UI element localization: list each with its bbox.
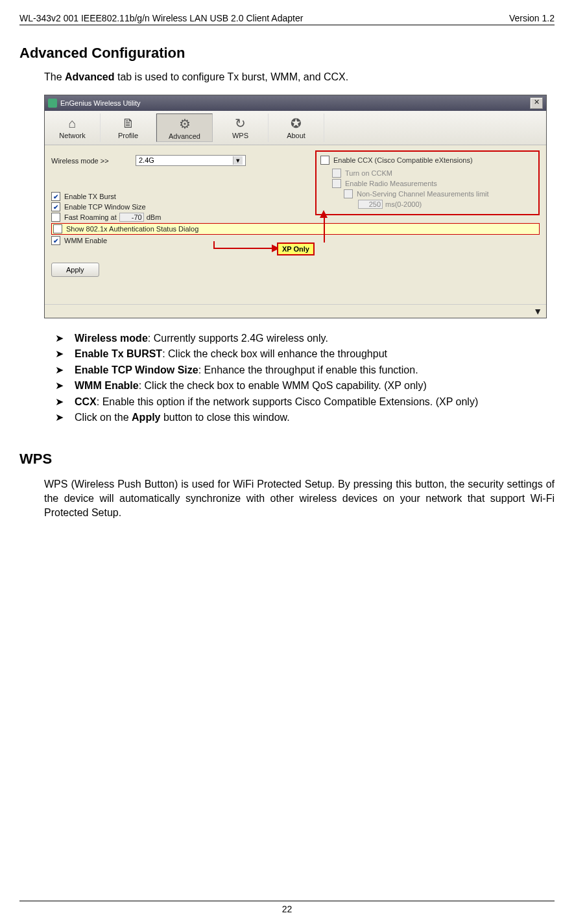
tab-about[interactable]: ✪ About <box>269 113 324 142</box>
header-left: WL-343v2 001 IEEE802.11b/g/n Wireless LA… <box>19 13 303 23</box>
apply-button[interactable]: Apply <box>51 263 99 277</box>
arrow-up-icon <box>320 210 328 218</box>
list-item: ➤CCX: Enable this option if the network … <box>55 395 555 409</box>
tab-network[interactable]: ⌂ Network <box>45 113 101 142</box>
page-number: 22 <box>282 904 293 914</box>
wmm-checkbox[interactable]: ✔ <box>51 236 60 245</box>
app-icon <box>48 99 57 108</box>
show8021x-checkbox[interactable] <box>53 224 62 233</box>
network-icon: ⌂ <box>45 115 100 132</box>
scroll-down-icon[interactable]: ▼ <box>45 304 546 318</box>
list-item: ➤ Wireless mode: Currently supports 2.4G… <box>55 331 555 346</box>
list-item: ➤Click on the Apply button to close this… <box>55 410 555 425</box>
section-title-advanced: Advanced Configuration <box>19 45 555 62</box>
page-header: WL-343v2 001 IEEE802.11b/g/n Wireless LA… <box>19 13 555 25</box>
fastroam-input[interactable]: -70 <box>119 213 144 222</box>
chevron-down-icon: ▾ <box>233 156 243 165</box>
titlebar: EnGenius Wireless Utility ✕ <box>45 95 546 111</box>
header-right: Version 1.2 <box>509 13 555 23</box>
window-title: EnGenius Wireless Utility <box>60 99 140 107</box>
wireless-mode-label: Wireless mode >> <box>51 157 136 165</box>
about-icon: ✪ <box>269 115 324 132</box>
ms-input[interactable]: 250 <box>358 200 383 209</box>
section-title-wps: WPS <box>19 451 555 468</box>
list-item: ➤Enable TCP Window Size: Enhance the thr… <box>55 363 555 377</box>
advanced-intro: The Advanced tab is used to configure Tx… <box>44 71 555 83</box>
tab-profile[interactable]: 🗎 Profile <box>101 113 156 142</box>
tab-wps[interactable]: ↻ WPS <box>213 113 269 142</box>
gear-icon: ⚙ <box>157 115 212 132</box>
close-icon[interactable]: ✕ <box>530 97 543 109</box>
list-item: ➤Enable Tx BURST: Click the check box wi… <box>55 347 555 361</box>
page-footer: 22 <box>19 901 555 914</box>
wps-body: WPS (Wireless Push Button) is used for W… <box>44 477 555 519</box>
wireless-mode-combo[interactable]: 2.4G ▾ <box>136 155 246 166</box>
xp-only-callout: XP Only <box>277 243 315 255</box>
toolbar: ⌂ Network 🗎 Profile ⚙ Advanced ↻ WPS ✪ <box>45 111 546 145</box>
profile-icon: 🗎 <box>101 115 156 132</box>
annotation-line <box>324 217 325 243</box>
list-item: ➤WMM Enable: Click the check box to enab… <box>55 379 555 393</box>
app-window: EnGenius Wireless Utility ✕ ⌂ Network 🗎 … <box>44 95 547 318</box>
cckm-checkbox[interactable] <box>332 169 341 178</box>
bullet-list: ➤ Wireless mode: Currently supports 2.4G… <box>55 331 555 425</box>
ccx-enable-checkbox[interactable] <box>320 156 329 165</box>
ccx-group: Enable CCX (Cisco Compatible eXtensions)… <box>315 150 540 215</box>
radio-meas-checkbox[interactable] <box>332 179 341 188</box>
wps-icon: ↻ <box>213 115 268 132</box>
annotation-line <box>213 248 277 249</box>
content-area: Wireless mode >> 2.4G ▾ Enable CCX (Cisc… <box>45 145 546 304</box>
tab-advanced[interactable]: ⚙ Advanced <box>156 113 213 142</box>
screenshot: EnGenius Wireless Utility ✕ ⌂ Network 🗎 … <box>44 95 555 318</box>
fastroam-checkbox[interactable] <box>51 213 60 222</box>
txburst-checkbox[interactable]: ✔ <box>51 192 60 201</box>
nonserv-checkbox[interactable] <box>344 189 353 198</box>
tcpwin-checkbox[interactable]: ✔ <box>51 202 60 211</box>
